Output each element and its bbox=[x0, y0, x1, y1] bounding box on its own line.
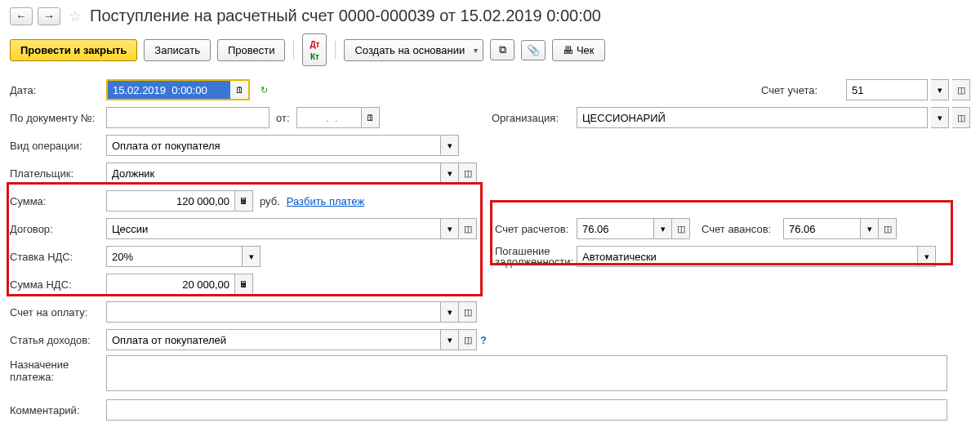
chevron-down-icon: ▾ bbox=[924, 252, 929, 262]
contract-open-button[interactable]: ◫ bbox=[459, 218, 477, 239]
structure-icon: ⧉ bbox=[499, 43, 506, 56]
open-icon: ◫ bbox=[464, 168, 472, 179]
favorite-star-icon[interactable]: ☆ bbox=[69, 7, 82, 25]
account-label: Счет учета: bbox=[761, 84, 843, 96]
vatrate-dropdown-button[interactable]: ▾ bbox=[243, 246, 261, 267]
nav-back-button[interactable]: ← bbox=[10, 7, 33, 25]
org-label: Организация: bbox=[492, 112, 573, 124]
account-open-button[interactable]: ◫ bbox=[952, 79, 970, 100]
invoice-dropdown-button[interactable]: ▾ bbox=[441, 301, 459, 323]
chevron-down-icon: ▾ bbox=[661, 224, 666, 234]
date-picker-button[interactable]: 🗓 bbox=[230, 81, 248, 99]
vatrate-label: Ставка НДС: bbox=[10, 251, 106, 263]
optype-label: Вид операции: bbox=[10, 140, 106, 152]
purpose-label: Назначение платежа: bbox=[10, 355, 106, 383]
save-button[interactable]: Записать bbox=[144, 39, 211, 61]
chevron-down-icon: ▾ bbox=[448, 307, 452, 318]
dtkt-button[interactable]: ДтКт bbox=[302, 33, 327, 66]
open-icon: ◫ bbox=[957, 85, 965, 96]
invoice-input[interactable] bbox=[106, 301, 441, 323]
contract-input[interactable] bbox=[106, 218, 441, 239]
chevron-down-icon: ▾ bbox=[938, 85, 942, 96]
org-open-button[interactable]: ◫ bbox=[952, 107, 970, 128]
from-date-input[interactable] bbox=[296, 107, 362, 128]
payer-input[interactable] bbox=[106, 163, 441, 184]
acct-advance-open-button[interactable]: ◫ bbox=[879, 218, 897, 239]
toolbar-separator bbox=[335, 41, 336, 59]
acct-settle-open-button[interactable]: ◫ bbox=[672, 218, 690, 239]
contract-label: Договор: bbox=[10, 223, 106, 235]
calendar-icon: 🗓 bbox=[366, 113, 375, 122]
payer-dropdown-button[interactable]: ▾ bbox=[441, 163, 459, 184]
debt-label: Погашение задолженности: bbox=[495, 246, 577, 267]
from-date-picker-button[interactable]: 🗓 bbox=[362, 107, 380, 128]
acct-advance-label: Счет авансов: bbox=[702, 223, 783, 235]
nav-forward-button[interactable]: → bbox=[38, 7, 60, 25]
acct-settle-input[interactable] bbox=[577, 218, 654, 239]
acct-settle-label: Счет расчетов: bbox=[495, 223, 577, 235]
open-icon: ◫ bbox=[884, 224, 892, 234]
dtkt-icon: ДтКт bbox=[310, 40, 319, 61]
refresh-date-button[interactable]: ↻ bbox=[255, 79, 273, 100]
optype-input[interactable] bbox=[106, 135, 441, 156]
date-input[interactable] bbox=[108, 81, 230, 99]
income-label: Статья доходов: bbox=[10, 334, 106, 346]
vatrate-input[interactable] bbox=[106, 246, 243, 267]
from-label: от: bbox=[276, 112, 290, 124]
vatsum-label: Сумма НДС: bbox=[10, 278, 106, 291]
calendar-icon: 🗓 bbox=[235, 85, 244, 95]
invoice-open-button[interactable]: ◫ bbox=[459, 301, 477, 323]
printer-icon: 🖶 bbox=[563, 44, 573, 56]
chevron-down-icon: ▾ bbox=[249, 252, 254, 262]
account-dropdown-button[interactable]: ▾ bbox=[931, 79, 949, 100]
payer-open-button[interactable]: ◫ bbox=[459, 163, 477, 184]
vatsum-input[interactable] bbox=[106, 274, 235, 295]
docnum-input[interactable] bbox=[106, 107, 270, 128]
income-input[interactable] bbox=[106, 329, 441, 350]
open-icon: ◫ bbox=[464, 224, 472, 234]
payer-label: Плательщик: bbox=[10, 167, 106, 180]
calculator-icon: 🖩 bbox=[239, 196, 248, 206]
sum-input[interactable] bbox=[106, 190, 235, 212]
debt-input[interactable] bbox=[577, 246, 918, 267]
check-button[interactable]: 🖶 Чек bbox=[552, 39, 604, 61]
check-label: Чек bbox=[577, 44, 595, 56]
acct-advance-input[interactable] bbox=[783, 218, 861, 239]
debt-dropdown-button[interactable]: ▾ bbox=[918, 246, 936, 267]
paperclip-icon: 📎 bbox=[527, 44, 540, 56]
currency-label: руб. bbox=[260, 195, 280, 207]
attachments-button[interactable]: 📎 bbox=[521, 40, 546, 60]
date-label: Дата: bbox=[10, 84, 106, 96]
org-input[interactable] bbox=[577, 107, 928, 128]
chevron-down-icon: ▾ bbox=[448, 335, 452, 345]
comment-label: Комментарий: bbox=[10, 404, 106, 416]
comment-input[interactable] bbox=[106, 399, 947, 421]
income-open-button[interactable]: ◫ bbox=[459, 329, 477, 350]
help-icon[interactable]: ? bbox=[480, 334, 487, 346]
org-dropdown-button[interactable]: ▾ bbox=[931, 107, 949, 128]
toolbar-separator bbox=[293, 41, 294, 59]
vatsum-calc-button[interactable]: 🖩 bbox=[235, 274, 253, 295]
sum-calc-button[interactable]: 🖩 bbox=[235, 190, 253, 212]
acct-settle-dropdown-button[interactable]: ▾ bbox=[654, 218, 672, 239]
chevron-down-icon: ▾ bbox=[448, 168, 452, 179]
contract-dropdown-button[interactable]: ▾ bbox=[441, 218, 459, 239]
purpose-textarea[interactable] bbox=[106, 355, 947, 391]
post-button[interactable]: Провести bbox=[217, 39, 286, 61]
acct-advance-dropdown-button[interactable]: ▾ bbox=[861, 218, 879, 239]
chevron-down-icon: ▾ bbox=[448, 224, 452, 234]
income-dropdown-button[interactable]: ▾ bbox=[441, 329, 459, 350]
open-icon: ◫ bbox=[464, 307, 472, 318]
open-icon: ◫ bbox=[677, 224, 685, 234]
refresh-icon: ↻ bbox=[261, 85, 268, 96]
split-payment-link[interactable]: Разбить платеж bbox=[287, 195, 364, 207]
post-and-close-button[interactable]: Провести и закрыть bbox=[10, 39, 137, 61]
account-input[interactable] bbox=[846, 79, 928, 100]
create-based-on-button[interactable]: Создать на основании bbox=[344, 39, 483, 61]
structure-button[interactable]: ⧉ bbox=[490, 39, 514, 60]
open-icon: ◫ bbox=[464, 335, 472, 345]
optype-dropdown-button[interactable]: ▾ bbox=[441, 135, 459, 156]
chevron-down-icon: ▾ bbox=[938, 113, 942, 123]
open-icon: ◫ bbox=[957, 113, 965, 123]
calculator-icon: 🖩 bbox=[239, 279, 248, 289]
